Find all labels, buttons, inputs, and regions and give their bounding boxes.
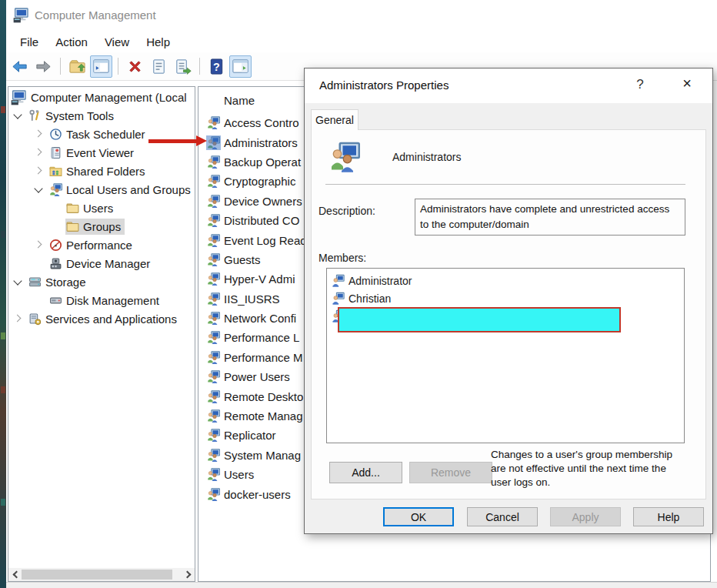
ok-button[interactable]: OK (383, 507, 454, 526)
chevron-right-icon[interactable] (32, 165, 45, 177)
description-field[interactable]: Administrators have complete and unrestr… (415, 199, 685, 236)
tree-item-groups[interactable]: Groups (8, 217, 195, 236)
members-label: Members: (318, 252, 366, 264)
users-group-icon (207, 312, 220, 325)
apply-button[interactable]: Apply (550, 507, 621, 526)
tree-item-performance[interactable]: Performance (8, 236, 195, 254)
tree-item-body: Device Manager (48, 256, 154, 272)
shared-folders-icon (49, 165, 62, 178)
member-row-christian[interactable]: Christian (327, 289, 684, 307)
users-group-icon (207, 234, 220, 247)
redaction-highlight (338, 307, 621, 332)
toolbar-back-button[interactable] (8, 55, 31, 78)
help-blue-icon: ? (208, 58, 225, 75)
annotation-arrow-shaft (148, 139, 197, 143)
tree-item-device-manager[interactable]: Device Manager (8, 254, 195, 272)
description-label: Description: (318, 205, 375, 217)
toolbar-help-button[interactable]: ? (205, 55, 228, 78)
tree-item-disk-management[interactable]: Disk Management (8, 291, 195, 309)
help-button[interactable]: Help (633, 507, 704, 526)
annotation-arrow-head (196, 135, 207, 146)
scroll-right-arrow-icon[interactable] (182, 568, 195, 581)
scroll-left-arrow-icon[interactable] (8, 568, 22, 581)
tree-item-body: Storage (28, 274, 90, 290)
tree-item-storage[interactable]: Storage (8, 272, 195, 291)
svg-text:?: ? (213, 60, 220, 72)
chevron-right-icon[interactable] (12, 312, 24, 325)
users-group-icon (207, 331, 220, 344)
tree-item-shared-folders[interactable]: Shared Folders (8, 162, 195, 180)
toolbar-delete-button[interactable] (124, 55, 146, 78)
toolbar-properties-button[interactable] (148, 55, 170, 78)
computer-icon (11, 89, 27, 105)
group-row-label: Performance L (224, 331, 299, 344)
members-list[interactable]: AdministratorChristian (326, 268, 685, 443)
toolbar-up-one-level-button[interactable] (66, 55, 88, 78)
remove-button[interactable]: Remove (409, 462, 492, 483)
close-icon[interactable]: × (679, 75, 695, 92)
dialog-help-icon[interactable]: ? (632, 77, 648, 92)
toolbar-export-list-button[interactable] (172, 55, 194, 78)
tree-item-body: System Tools (28, 108, 118, 124)
tree-item-local-users-and-groups[interactable]: Local Users and Groups (8, 180, 195, 199)
tree-item-label: Services and Applications (45, 312, 177, 326)
menu-view[interactable]: View (96, 32, 138, 52)
group-row-label: Remote Manag (224, 409, 303, 423)
storage-icon (28, 276, 42, 289)
tree-horizontal-scrollbar[interactable] (8, 568, 195, 581)
tree-item-system-tools[interactable]: System Tools (8, 106, 195, 125)
task-scheduler-icon (49, 128, 62, 141)
add-button[interactable]: Add... (329, 462, 402, 483)
menu-action[interactable]: Action (47, 32, 96, 52)
tree-item-label: Task Scheduler (66, 128, 145, 141)
tree-item-label: Local Users and Groups (66, 183, 191, 196)
general-tab-page: Administrators Description: Administrato… (311, 129, 706, 499)
chevron-right-icon[interactable] (32, 128, 45, 140)
users-group-icon (207, 214, 220, 227)
group-name-label: Administrators (392, 151, 461, 163)
menu-help[interactable]: Help (138, 32, 178, 52)
group-row-label: docker-users (224, 488, 291, 501)
desktop-edge-icon (1, 332, 5, 339)
tree-item-body: Shared Folders (48, 163, 149, 179)
tree-item-label: Groups (83, 220, 121, 233)
chevron-down-icon[interactable] (32, 183, 45, 195)
tree-item-label: Users (83, 202, 113, 215)
member-row-administrator[interactable]: Administrator (327, 272, 684, 289)
group-row-label: Distributed CO (224, 214, 299, 227)
cancel-button[interactable]: Cancel (467, 507, 538, 526)
toolbar-show-action-pane-button[interactable] (229, 55, 252, 78)
toolbar-forward-button[interactable] (32, 55, 55, 78)
export-list-icon (174, 58, 192, 75)
tab-general[interactable]: General (311, 109, 358, 130)
toolbar-separator (60, 58, 61, 75)
title-bar: Computer Management (6, 0, 717, 31)
chevron-down-icon[interactable] (12, 109, 24, 122)
properties-doc-icon (150, 58, 168, 75)
tree-item-label: Computer Management (Local (31, 91, 187, 104)
tree-item-body: Disk Management (48, 292, 163, 309)
user-icon (332, 292, 345, 305)
chevron-right-icon[interactable] (32, 239, 45, 251)
tree-item-users[interactable]: Users (8, 199, 195, 217)
group-row-label: Performance M (224, 351, 303, 364)
folder-icon (66, 220, 79, 233)
menu-file[interactable]: File (12, 32, 47, 52)
users-groups-icon (49, 183, 62, 196)
toolbar-show-console-tree-button[interactable] (90, 55, 112, 78)
users-group-icon (207, 292, 220, 306)
group-row-label: Hyper-V Admi (224, 272, 295, 286)
chevron-down-icon[interactable] (12, 276, 24, 288)
console-tree-panel: Computer Management (LocalSystem ToolsTa… (8, 86, 195, 582)
tree-item-services-and-applications[interactable]: Services and Applications (8, 309, 195, 328)
tree-item-computer-management-local[interactable]: Computer Management (Local (8, 88, 195, 106)
desktop-edge-icon (1, 499, 5, 506)
users-group-icon (207, 175, 220, 188)
group-row-label: Power Users (224, 370, 290, 383)
scrollbar-thumb[interactable] (22, 570, 172, 580)
separator-line (325, 184, 685, 185)
group-row-label: Event Log Read (224, 234, 307, 247)
services-apps-icon (28, 312, 42, 326)
chevron-right-icon[interactable] (32, 146, 45, 159)
tree-item-body: Computer Management (Local (10, 88, 191, 107)
